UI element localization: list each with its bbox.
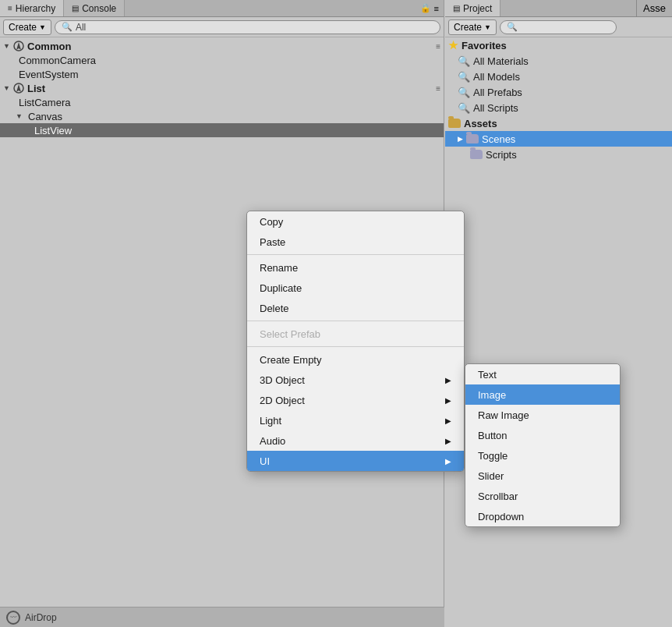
favorites-item-scripts[interactable]: 🔍 All Scripts: [445, 100, 672, 115]
project-tab-bar: ▤ Project Asse: [445, 0, 672, 17]
scripts-folder-label: Scripts: [486, 149, 517, 161]
cm-ui-label: UI: [260, 455, 270, 467]
common-label: Common: [27, 41, 71, 52]
scenes-arrow: ▶: [458, 135, 463, 143]
canvas-label: Canvas: [28, 111, 62, 122]
cm-item-light[interactable]: Light ▶: [247, 410, 464, 430]
hierarchy-item-common[interactable]: ▼ Common ≡: [0, 39, 444, 53]
sm-button-label: Button: [478, 430, 508, 441]
lock-icon: 🔒: [420, 3, 431, 13]
hierarchy-tab-bar: ≡ Hierarchy ▤ Console 🔒 ≡: [0, 0, 444, 17]
hierarchy-item-listcamera[interactable]: ListCamera: [0, 95, 444, 109]
sm-item-toggle[interactable]: Toggle: [465, 445, 620, 466]
assets-column-tab[interactable]: Asse: [636, 0, 672, 16]
sm-raw-image-label: Raw Image: [478, 409, 529, 421]
cm-separator-2: [247, 321, 464, 321]
tab-project[interactable]: ▤ Project: [445, 0, 500, 16]
hierarchy-item-canvas[interactable]: ▼ Canvas: [0, 109, 444, 123]
listview-label: ListView: [34, 125, 72, 136]
create-button[interactable]: Create ▼: [3, 19, 51, 35]
airdrop-label: AirDrop: [25, 612, 57, 623]
sm-item-text[interactable]: Text: [465, 364, 620, 384]
create-arrow: ▼: [39, 23, 46, 31]
cm-rename-label: Rename: [260, 262, 298, 274]
cm-item-audio[interactable]: Audio ▶: [247, 430, 464, 451]
sm-item-dropdown[interactable]: Dropdown: [465, 506, 620, 526]
assets-tab-label: Asse: [643, 2, 666, 14]
hierarchy-item-listview[interactable]: ListView: [0, 123, 444, 137]
project-panel: ▤ Project Asse Create ▼ 🔍 ★ Favorites 🔍 …: [445, 0, 672, 627]
models-label: All Models: [473, 71, 520, 83]
cm-2d-object-label: 2D Object: [260, 395, 305, 406]
favorites-item-prefabs[interactable]: 🔍 All Prefabs: [445, 84, 672, 100]
assets-item-scripts[interactable]: Scripts: [445, 147, 672, 162]
scripts-folder-icon: [470, 150, 483, 159]
assets-label-text: Assets: [464, 118, 497, 129]
hierarchy-toolbar: Create ▼ 🔍: [0, 17, 444, 37]
cm-delete-label: Delete: [260, 303, 289, 314]
search-input[interactable]: [76, 22, 433, 33]
cm-create-empty-label: Create Empty: [260, 354, 321, 366]
project-search-box[interactable]: 🔍: [500, 20, 617, 34]
cm-item-2d-object[interactable]: 2D Object ▶: [247, 390, 464, 410]
cm-duplicate-label: Duplicate: [260, 282, 302, 294]
cm-copy-label: Copy: [260, 216, 283, 228]
cm-select-prefab-label: Select Prefab: [260, 328, 320, 340]
sm-item-scrollbar[interactable]: Scrollbar: [465, 486, 620, 506]
listcamera-label: ListCamera: [19, 97, 70, 108]
cm-light-arrow-icon: ▶: [445, 416, 451, 425]
commoncamera-label: CommonCamera: [19, 55, 96, 66]
tab-console[interactable]: ▤ Console: [64, 0, 125, 16]
cm-paste-label: Paste: [260, 236, 285, 248]
project-create-label: Create: [454, 22, 482, 33]
sm-item-image[interactable]: Image: [465, 384, 620, 405]
project-content: ★ Favorites 🔍 All Materials 🔍 All Models…: [445, 37, 672, 162]
assets-header: Assets: [445, 115, 672, 131]
assets-item-scenes[interactable]: ▶ Scenes: [445, 131, 672, 147]
favorites-item-materials[interactable]: 🔍 All Materials: [445, 53, 672, 69]
prefabs-label: All Prefabs: [473, 87, 522, 98]
list-menu-icon[interactable]: ≡: [436, 84, 440, 93]
scripts-search-icon: 🔍: [458, 102, 470, 114]
hierarchy-item-list[interactable]: ▼ List ≡: [0, 81, 444, 95]
project-create-button[interactable]: Create ▼: [448, 19, 497, 35]
sm-image-label: Image: [478, 389, 506, 401]
sm-dropdown-label: Dropdown: [478, 511, 524, 522]
canvas-triangle: ▼: [16, 112, 25, 120]
tab-menu-icon[interactable]: ≡: [434, 4, 439, 13]
eventsystem-label: EventSystem: [19, 69, 79, 80]
project-tab-icon: ▤: [453, 4, 460, 12]
cm-item-paste[interactable]: Paste: [247, 232, 464, 252]
cm-item-rename[interactable]: Rename: [247, 257, 464, 278]
project-search-input[interactable]: [521, 22, 610, 33]
cm-item-delete[interactable]: Delete: [247, 298, 464, 318]
sm-item-button[interactable]: Button: [465, 425, 620, 445]
sm-slider-label: Slider: [478, 470, 504, 482]
create-label: Create: [9, 22, 37, 33]
console-tab-icon: ▤: [72, 4, 79, 12]
scenes-folder-icon: [466, 134, 479, 143]
cm-item-create-empty[interactable]: Create Empty: [247, 349, 464, 370]
sm-toggle-label: Toggle: [478, 450, 508, 462]
hierarchy-item-commoncamera[interactable]: CommonCamera: [0, 53, 444, 67]
common-menu-icon[interactable]: ≡: [436, 42, 440, 51]
cm-2d-arrow-icon: ▶: [445, 396, 451, 405]
airdrop-icon: 〰: [6, 611, 20, 625]
cm-item-copy[interactable]: Copy: [247, 211, 464, 232]
search-box[interactable]: 🔍: [55, 20, 440, 34]
sm-text-label: Text: [478, 369, 497, 381]
cm-item-duplicate[interactable]: Duplicate: [247, 278, 464, 298]
cm-ui-arrow-icon: ▶: [445, 457, 451, 466]
sm-item-slider[interactable]: Slider: [465, 466, 620, 486]
hierarchy-item-eventsystem[interactable]: EventSystem: [0, 67, 444, 81]
materials-label: All Materials: [473, 55, 529, 67]
cm-item-ui[interactable]: UI ▶: [247, 451, 464, 471]
tab-hierarchy[interactable]: ≡ Hierarchy: [0, 0, 64, 16]
sm-item-raw-image[interactable]: Raw Image: [465, 405, 620, 425]
favorites-item-models[interactable]: 🔍 All Models: [445, 69, 672, 84]
sm-scrollbar-label: Scrollbar: [478, 491, 518, 502]
cm-item-3d-object[interactable]: 3D Object ▶: [247, 370, 464, 390]
context-menu: Copy Paste Rename Duplicate Delete Selec…: [246, 211, 465, 472]
favorites-star-icon: ★: [448, 39, 458, 51]
hierarchy-tab-icon: ≡: [8, 4, 12, 12]
